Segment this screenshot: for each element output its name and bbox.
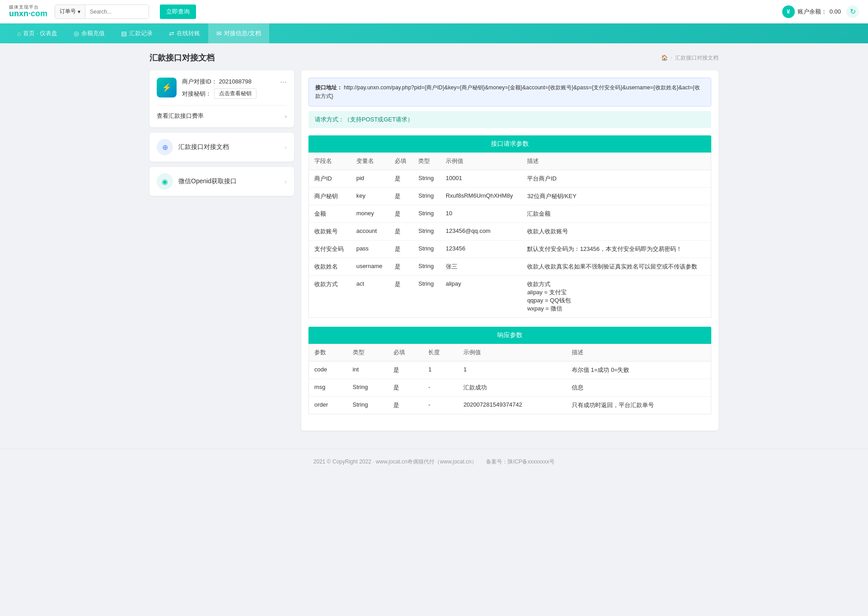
header-right: ¥ 账户余额： 0.00 ↻ xyxy=(782,5,859,18)
response-params-title: 响应参数 xyxy=(308,327,711,344)
cell-type: String xyxy=(413,276,440,318)
nav-item-recharge[interactable]: ◎ 余额充值 xyxy=(65,23,113,43)
cell-type: String xyxy=(413,205,440,223)
breadcrumb-current: 汇款接口对接文档 xyxy=(675,54,719,62)
table-row: 支付安全码 pass 是 String 123456 默认支付安全码为：1234… xyxy=(309,241,711,258)
sidebar-menu-item-wechat[interactable]: ◉ 微信Openid获取接口 › xyxy=(149,167,294,196)
balance-label: 账户余额： xyxy=(798,8,827,16)
logo-bottom: unxn·com xyxy=(9,9,47,19)
cell-type: String xyxy=(413,188,440,205)
rate-link[interactable]: 查看汇款接口费率 › xyxy=(157,105,287,120)
search-button[interactable]: 立即查询 xyxy=(160,5,196,19)
cell-desc: 汇款金额 xyxy=(522,205,711,223)
cell-var: username xyxy=(351,258,389,276)
merchant-details: 商户对接ID： 2021088798 对接秘钥： 点击查看秘钥 xyxy=(182,78,275,99)
cell-var: account xyxy=(351,223,389,241)
col-header-example: 示例值 xyxy=(440,153,522,170)
merchant-logo: ⚡ xyxy=(157,78,177,97)
col-header-desc: 描述 xyxy=(566,344,711,361)
cell-required: 是 xyxy=(389,188,413,205)
docs-icon: ✉ xyxy=(216,30,222,37)
nav-label-records: 汇款记录 xyxy=(129,29,153,37)
sidebar-menu-label-docs: 汇款接口对接文档 xyxy=(178,143,279,151)
cell-required: 是 xyxy=(389,205,413,223)
cell-param: msg xyxy=(309,379,347,397)
request-method-box: 请求方式：（支持POST或GET请求） xyxy=(308,111,711,128)
merchant-id-value: 2021088798 xyxy=(219,78,252,85)
nav-item-docs[interactable]: ✉ 对接信息/文档 xyxy=(208,23,269,43)
response-params-table: 参数 类型 必填 长度 示例值 描述 code int 是 1 1 布尔值 1=… xyxy=(308,344,711,414)
cell-required: 是 xyxy=(389,258,413,276)
sidebar-menu-item-docs[interactable]: ⊕ 汇款接口对接文档 › xyxy=(149,133,294,162)
col-header-length: 长度 xyxy=(423,344,458,361)
docs-menu-arrow-icon: › xyxy=(285,144,287,151)
main-content: 接口地址： http://pay.unxn.com/pay.php?pid={商… xyxy=(301,70,719,431)
more-options-button[interactable]: ··· xyxy=(280,78,287,86)
cell-example: 1 xyxy=(458,361,566,379)
col-header-required: 必填 xyxy=(389,153,413,170)
nav-item-records[interactable]: ▤ 汇款记录 xyxy=(113,23,161,43)
chevron-down-icon: ▾ xyxy=(78,9,80,15)
sidebar-menu-label-wechat: 微信Openid获取接口 xyxy=(178,177,279,185)
table-row: 收款姓名 username 是 String 张三 收款人收款真实名如果不强制验… xyxy=(309,258,711,276)
view-key-button[interactable]: 点击查看秘钥 xyxy=(214,88,257,99)
cell-example: 202007281549374742 xyxy=(458,397,566,414)
request-method-text: 请求方式：（支持POST或GET请求） xyxy=(315,116,413,123)
cell-example: Rxuf8sRM6UrnQhXHM8y xyxy=(440,188,522,205)
search-input[interactable] xyxy=(85,5,149,19)
cell-type: String xyxy=(347,379,388,397)
table-row: code int 是 1 1 布尔值 1=成功 0=失败 xyxy=(309,361,711,379)
api-url-box: 接口地址： http://pay.unxn.com/pay.php?pid={商… xyxy=(308,78,711,107)
breadcrumb-separator: › xyxy=(671,55,672,61)
cell-length: 1 xyxy=(423,361,458,379)
transfer-icon: ⇄ xyxy=(169,30,174,37)
merchant-card: ⚡ 商户对接ID： 2021088798 对接秘钥： 点击查看秘钥 ··· xyxy=(149,70,294,127)
nav-label-recharge: 余额充值 xyxy=(81,29,105,37)
page-container: 汇款接口对接文档 🏠 › 汇款接口对接文档 ⚡ 商户对接ID： 20210887… xyxy=(140,43,728,440)
cell-field: 金额 xyxy=(309,205,351,223)
request-params-section: 接口请求参数 字段名 变量名 必填 类型 示例值 描述 商户ID xyxy=(308,135,711,318)
table-row: 收款方式 act 是 String alipay 收款方式 alipay = 支… xyxy=(309,276,711,318)
cell-desc: 32位商户秘钥/KEY xyxy=(522,188,711,205)
refresh-icon[interactable]: ↻ xyxy=(846,5,859,18)
breadcrumb: 🏠 › 汇款接口对接文档 xyxy=(661,54,719,62)
recharge-icon: ◎ xyxy=(74,30,79,37)
balance-value: 0.00 xyxy=(830,8,841,15)
cell-field: 收款账号 xyxy=(309,223,351,241)
cell-example: 张三 xyxy=(440,258,522,276)
docs-menu-icon: ⊕ xyxy=(157,139,173,155)
search-type-selector[interactable]: 订单号 ▾ xyxy=(55,5,85,19)
cell-required: 是 xyxy=(389,170,413,188)
cell-var: key xyxy=(351,188,389,205)
rate-link-label: 查看汇款接口费率 xyxy=(157,112,204,120)
api-url-label: 接口地址： xyxy=(315,84,342,91)
footer-icp: 备案号：陕ICP备xxxxxxxx号 xyxy=(486,459,555,465)
cell-desc: 平台商户ID xyxy=(522,170,711,188)
cell-field: 收款方式 xyxy=(309,276,351,318)
balance-icon: ¥ xyxy=(782,5,795,18)
nav-item-transfer[interactable]: ⇄ 在线转账 xyxy=(161,23,208,43)
col-header-var: 变量名 xyxy=(351,153,389,170)
table-row: 商户ID pid 是 String 10001 平台商户ID xyxy=(309,170,711,188)
cell-param: order xyxy=(309,397,347,414)
cell-example: alipay xyxy=(440,276,522,318)
col-header-type: 类型 xyxy=(347,344,388,361)
merchant-key-label: 对接秘钥： xyxy=(182,90,211,98)
cell-field: 商户秘钥 xyxy=(309,188,351,205)
nav-label-transfer: 在线转账 xyxy=(177,29,200,37)
cell-required: 是 xyxy=(389,276,413,318)
breadcrumb-home-icon: 🏠 xyxy=(661,55,668,61)
cell-type: String xyxy=(413,223,440,241)
col-header-example: 示例值 xyxy=(458,344,566,361)
table-row: 收款账号 account 是 String 123456@qq.com 收款人收… xyxy=(309,223,711,241)
col-header-type: 类型 xyxy=(413,153,440,170)
cell-field: 商户ID xyxy=(309,170,351,188)
nav: ⌂ 首页 · 仪表盘 ◎ 余额充值 ▤ 汇款记录 ⇄ 在线转账 ✉ 对接信息/文… xyxy=(0,23,868,43)
nav-item-dashboard[interactable]: ⌂ 首页 · 仪表盘 xyxy=(9,23,65,43)
merchant-id-label: 商户对接ID： xyxy=(182,78,217,85)
cell-required: 是 xyxy=(389,223,413,241)
cell-type: int xyxy=(347,361,388,379)
merchant-id-row: 商户对接ID： 2021088798 xyxy=(182,78,275,86)
cell-required: 是 xyxy=(389,241,413,258)
cell-example: 123456 xyxy=(440,241,522,258)
